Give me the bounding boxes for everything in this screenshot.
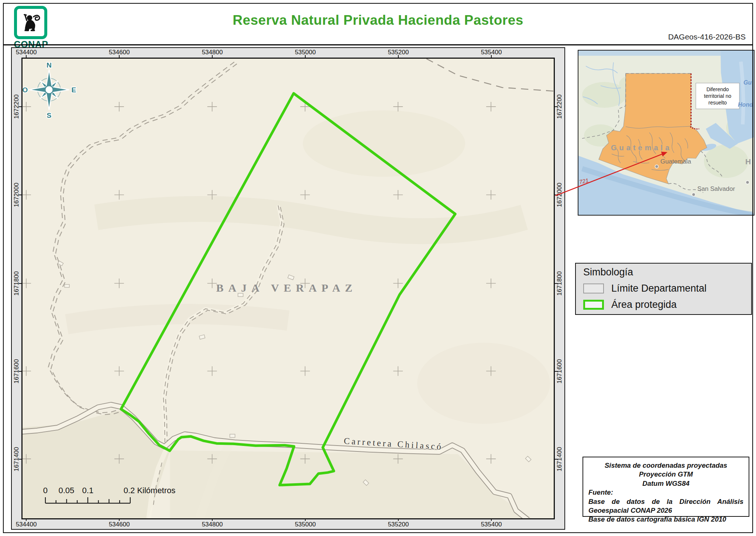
grid-label-bottom: 534600 xyxy=(103,521,136,528)
document-id: DAGeos-416-2026-BS xyxy=(668,32,746,41)
country-label: Guatemala xyxy=(611,144,672,152)
projection-line: Proyección GTM xyxy=(588,470,743,479)
water-label-fragment-2: Hond xyxy=(738,102,753,108)
protected-area-swatch xyxy=(583,300,604,310)
map-document-page: { "header": { "logo_text": "CONAP", "tit… xyxy=(0,0,756,536)
basemap-svg: BAJA VERAPAZ Carretera Chilascó N E S O xyxy=(23,59,554,518)
legend: Simbología Límite Departamental Área pro… xyxy=(575,263,752,315)
grid-label-bottom: 534800 xyxy=(196,521,229,528)
inset-svg: Diferendo territorial no resuelto Guatem… xyxy=(578,51,754,215)
crs-line: Sistema de coordenadas proyectadas xyxy=(588,461,743,470)
guatemala-city-dot xyxy=(655,165,659,168)
compass-s: S xyxy=(47,111,52,119)
source-line-1: Base de datos de la Dirección Análisis G… xyxy=(588,497,743,515)
inset-locator-map: Diferendo territorial no resuelto Guatem… xyxy=(578,50,755,216)
department-label: BAJA VERAPAZ xyxy=(216,282,357,294)
grid-label-bottom: 535200 xyxy=(382,521,415,528)
svg-text:0.2 Kilómetros: 0.2 Kilómetros xyxy=(124,486,175,495)
note-line-3: resuelto xyxy=(708,100,727,106)
san-salvador-label: San Salvador xyxy=(697,185,735,192)
note-line-1: Diferendo xyxy=(707,86,729,92)
map-canvas: BAJA VERAPAZ Carretera Chilascó N E S O xyxy=(21,58,555,519)
legend-item-departmental: Límite Departamental xyxy=(583,283,751,294)
city-dot xyxy=(746,181,749,184)
compass-o: O xyxy=(23,86,28,94)
grid-label-bottom: 535000 xyxy=(289,521,322,528)
terrain-shading xyxy=(23,110,550,518)
trail-northwest xyxy=(48,62,237,415)
main-map-frame: 534400 534600 534800 535000 535200 53540… xyxy=(11,47,565,530)
datum-line: Datum WGS84 xyxy=(588,479,743,488)
legend-item-protected-area: Área protegida xyxy=(583,299,751,310)
source-line-2: Base de datos cartografía básica IGN 201… xyxy=(588,515,743,524)
inset-note-box: Diferendo territorial no resuelto xyxy=(696,83,739,109)
svg-text:0.05: 0.05 xyxy=(59,486,75,495)
san-salvador-dot xyxy=(692,193,695,196)
page-title: Reserva Natural Privada Hacienda Pastore… xyxy=(0,13,756,28)
honduras-label-fragment: H o xyxy=(745,157,754,166)
water-label-fragment-1: Gu xyxy=(743,79,752,86)
legend-title: Simbología xyxy=(583,267,751,278)
compass-rose: N E S O xyxy=(23,61,76,119)
compass-e: E xyxy=(72,86,76,94)
trail-northeast xyxy=(426,59,554,91)
svg-text:0.1: 0.1 xyxy=(82,486,94,495)
city-label: Guatemala xyxy=(660,158,691,165)
credits-box: Sistema de coordenadas proyectadas Proye… xyxy=(583,457,749,517)
source-heading: Fuente: xyxy=(588,488,743,497)
compass-n: N xyxy=(47,61,52,69)
note-line-2: territorial no xyxy=(704,93,731,99)
svg-text:0: 0 xyxy=(43,486,48,495)
header-separator xyxy=(3,44,753,45)
grid-label-bottom: 535400 xyxy=(475,521,508,528)
departmental-boundary-swatch xyxy=(583,284,604,293)
grid-label-bottom: 534400 xyxy=(10,521,43,528)
